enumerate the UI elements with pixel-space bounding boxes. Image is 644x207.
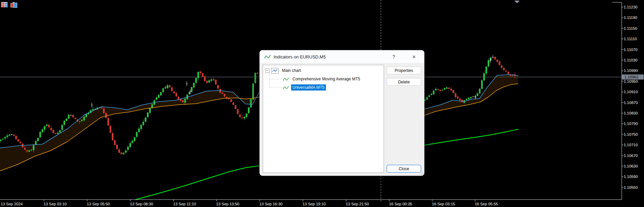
dialog-title: Indicators on EURUSD,M5 — [274, 54, 326, 59]
time-axis-label: 13 Sep 03:10 — [44, 202, 67, 206]
tree-item-main-chart[interactable]: Main chart — [265, 67, 302, 74]
delete-button[interactable]: Delete — [387, 78, 421, 86]
close-button[interactable]: Close — [387, 165, 421, 173]
price-axis-label: 1.10830 — [624, 111, 638, 115]
price-axis-label: 1.10550 — [624, 185, 638, 189]
help-button[interactable]: ? — [388, 50, 400, 63]
price-axis-label: 1.10870 — [624, 101, 638, 105]
price-axis-label: 1.11110 — [624, 37, 637, 41]
properties-button[interactable]: Properties — [387, 67, 421, 74]
tree-item-label[interactable]: Comprehensive Moving Average MT5 — [291, 76, 362, 82]
time-axis-label: 13 Sep 05:50 — [87, 202, 110, 206]
price-axis-label: 1.11150 — [624, 26, 637, 30]
market-watch-icon[interactable] — [1, 2, 7, 7]
indicator-icon — [264, 54, 271, 59]
collapse-icon[interactable] — [265, 69, 270, 73]
tile-windows-icon[interactable] — [10, 2, 17, 7]
price-axis-label: 1.11190 — [624, 16, 637, 20]
close-icon[interactable]: ✕ — [408, 50, 420, 63]
tree-item-label[interactable]: UniversalMA MT5 — [291, 84, 326, 90]
chart-toolbar — [1, 2, 17, 7]
price-axis-label: 1.11230 — [624, 5, 638, 9]
price-axis-label: 1.10590 — [624, 175, 638, 179]
mt5-chart-window: 1.112301.111901.111501.111101.110701.110… — [0, 0, 644, 207]
time-axis-label: 16 Sep 03:15 — [432, 202, 455, 206]
tree-item-indicator[interactable]: UniversalMA MT5 — [283, 84, 326, 91]
price-axis-label: 1.10630 — [624, 164, 638, 168]
tree-connector — [269, 79, 282, 79]
price-axis-label: 1.10670 — [624, 154, 638, 158]
tree-item-label[interactable]: Main chart — [281, 68, 302, 74]
price-axis-label: 1.11030 — [624, 58, 638, 62]
price-axis-label: 1.10950 — [624, 79, 638, 83]
time-axis-label: 13 Sep 11:10 — [173, 202, 196, 206]
indicator-icon — [283, 77, 289, 82]
current-price-value: 1.10962 — [624, 75, 639, 79]
price-axis-label: 1.11070 — [624, 48, 638, 52]
main-chart-icon — [271, 68, 279, 74]
tree-connector — [269, 87, 282, 88]
indicator-tree: Main chart Comprehensive Moving Average … — [263, 65, 384, 173]
time-axis-label: 13 Sep 16:30 — [259, 202, 282, 206]
time-axis-label: 16 Sep 05:55 — [475, 202, 498, 206]
resize-grip[interactable] — [420, 171, 423, 175]
time-axis-label: 16 Sep 00:35 — [389, 202, 412, 206]
time-axis-label: 13 Sep 13:50 — [216, 202, 239, 206]
price-axis-label: 1.10750 — [624, 132, 638, 136]
price-axis-label: 1.10990 — [624, 69, 638, 73]
price-axis-label: 1.10910 — [624, 90, 638, 94]
indicators-dialog: Indicators on EURUSD,M5 ? ✕ Main chart — [260, 50, 424, 176]
time-axis-label: 13 Sep 19:10 — [303, 202, 326, 206]
price-axis-label: 1.10790 — [624, 122, 638, 126]
time-axis-label: 13 Sep 08:30 — [130, 202, 153, 206]
tree-item-indicator[interactable]: Comprehensive Moving Average MT5 — [283, 75, 362, 83]
price-axis-label: 1.10710 — [624, 143, 638, 147]
indicator-icon — [283, 85, 289, 90]
time-axis-label: 13 Sep 21:50 — [346, 202, 369, 206]
dialog-titlebar[interactable]: Indicators on EURUSD,M5 ? ✕ — [260, 50, 424, 63]
time-axis-label: 13 Sep 2024 — [1, 202, 23, 206]
tree-connector — [269, 73, 270, 88]
